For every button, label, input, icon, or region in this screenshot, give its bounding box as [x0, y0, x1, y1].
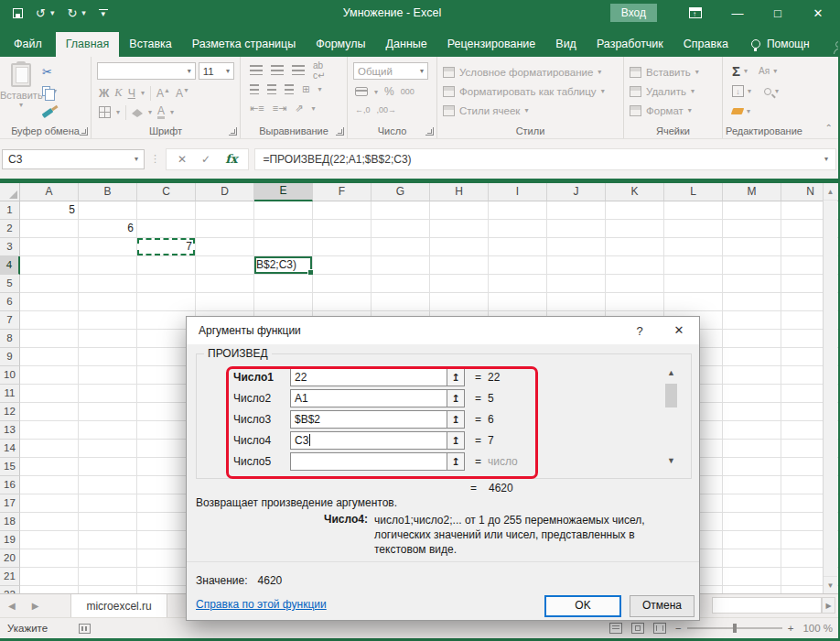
- format-painter-button[interactable]: [42, 103, 57, 117]
- cell-J2[interactable]: [547, 220, 606, 238]
- cell-B14[interactable]: [79, 440, 137, 458]
- cell-G5[interactable]: [372, 275, 430, 293]
- tab-file[interactable]: Файл: [0, 32, 56, 57]
- column-header-B[interactable]: B: [79, 183, 137, 201]
- row-header-3[interactable]: 3: [0, 238, 20, 256]
- cell-B12[interactable]: [79, 403, 137, 421]
- cell-A2[interactable]: [20, 220, 79, 238]
- column-header-L[interactable]: L: [664, 183, 723, 201]
- underline-dropdown-icon[interactable]: ▾: [141, 89, 145, 97]
- row-header-6[interactable]: 6: [0, 293, 20, 311]
- dialog-title[interactable]: Аргументы функции: [187, 317, 699, 344]
- cell-D3[interactable]: [196, 238, 254, 256]
- dialog-help-icon[interactable]: ?: [632, 324, 647, 338]
- increase-indent-icon[interactable]: ≡⇥: [273, 103, 287, 114]
- collapse-dialog-button-3[interactable]: ↥: [447, 410, 465, 429]
- orientation-icon[interactable]: ⇗: [295, 103, 303, 114]
- cell-F6[interactable]: [313, 293, 372, 311]
- column-header-M[interactable]: M: [723, 183, 781, 201]
- minimize-button[interactable]: —: [717, 0, 758, 26]
- find-select-icon[interactable]: [764, 88, 771, 95]
- cell-A3[interactable]: [20, 238, 79, 256]
- collapse-dialog-button-4[interactable]: ↥: [447, 431, 465, 450]
- column-header-A[interactable]: A: [20, 183, 79, 201]
- cell-G4[interactable]: [372, 256, 430, 275]
- column-header-H[interactable]: H: [430, 183, 489, 201]
- cell-B18[interactable]: [79, 513, 137, 531]
- cancel-button[interactable]: Отмена: [630, 595, 695, 617]
- align-center-icon[interactable]: [267, 84, 276, 94]
- argument-input-Число1[interactable]: 22: [290, 368, 447, 386]
- cell-H6[interactable]: [430, 293, 489, 311]
- paste-button[interactable]: Вставить ▾: [0, 60, 42, 109]
- styles-item-Стили ячеек[interactable]: Стили ячеек▾: [437, 101, 623, 120]
- cell-H1[interactable]: [430, 201, 489, 220]
- number-dialog-launcher-icon[interactable]: [425, 127, 434, 136]
- cell-A20[interactable]: [20, 549, 79, 568]
- align-left-icon[interactable]: [250, 84, 259, 94]
- cell-H2[interactable]: [430, 220, 489, 238]
- arguments-scroll-up-icon[interactable]: ▲: [664, 368, 678, 377]
- column-header-F[interactable]: F: [313, 183, 372, 201]
- row-header-5[interactable]: 5: [0, 275, 20, 293]
- column-header-G[interactable]: G: [372, 183, 430, 201]
- cell-F1[interactable]: [313, 201, 372, 220]
- cell-L5[interactable]: [664, 275, 723, 293]
- cell-G6[interactable]: [372, 293, 430, 311]
- cell-M14[interactable]: [723, 440, 781, 458]
- column-header-E[interactable]: E: [254, 183, 313, 201]
- cell-M9[interactable]: [723, 348, 781, 366]
- function-help-link[interactable]: Справка по этой функции: [196, 598, 327, 611]
- cell-L2[interactable]: [664, 220, 723, 238]
- zoom-level[interactable]: 100 %: [802, 623, 833, 634]
- cell-C4[interactable]: [137, 256, 196, 275]
- cell-B5[interactable]: [79, 275, 137, 293]
- tab-Формулы[interactable]: Формулы: [306, 32, 375, 57]
- row-header-2[interactable]: 2: [0, 220, 20, 238]
- borders-icon[interactable]: [99, 106, 111, 118]
- align-middle-icon[interactable]: [271, 65, 284, 75]
- select-all-corner[interactable]: [0, 183, 20, 201]
- argument-input-Число4[interactable]: C3: [290, 431, 447, 450]
- cell-B4[interactable]: [79, 256, 137, 275]
- cell-B11[interactable]: [79, 385, 137, 403]
- percent-style-button[interactable]: %: [384, 85, 394, 98]
- cell-H4[interactable]: [430, 256, 489, 275]
- row-header-12[interactable]: 12: [0, 403, 20, 421]
- cell-M11[interactable]: [723, 385, 781, 403]
- cell-B20[interactable]: [79, 549, 137, 568]
- merge-center-icon[interactable]: ⊞: [302, 84, 309, 94]
- zoom-slider[interactable]: − +: [675, 623, 793, 634]
- cells-item-Вставить[interactable]: Вставить▾: [624, 62, 722, 81]
- column-header-K[interactable]: K: [606, 183, 664, 201]
- cell-M15[interactable]: [723, 458, 781, 476]
- page-break-view-icon[interactable]: [653, 623, 666, 634]
- cell-K4[interactable]: [606, 256, 664, 275]
- cell-B3[interactable]: [79, 238, 137, 256]
- row-header-18[interactable]: 18: [0, 513, 20, 531]
- cell-E5[interactable]: [254, 275, 313, 293]
- row-header-1[interactable]: 1: [0, 201, 20, 220]
- cell-I5[interactable]: [489, 275, 547, 293]
- styles-item-Условное форматирование[interactable]: Условное форматирование▾: [437, 62, 623, 81]
- decrease-decimal-icon[interactable]: ,00→: [377, 105, 397, 114]
- align-top-icon[interactable]: [250, 65, 263, 75]
- sign-in-button[interactable]: Вход: [610, 4, 657, 22]
- column-header-D[interactable]: D: [196, 183, 254, 201]
- cell-B8[interactable]: [79, 330, 137, 348]
- cell-B1[interactable]: [79, 201, 137, 220]
- cell-B7[interactable]: [79, 311, 137, 330]
- ok-button[interactable]: OK: [544, 595, 621, 617]
- cell-M18[interactable]: [723, 513, 781, 531]
- cell-E1[interactable]: [254, 201, 313, 220]
- alignment-dialog-launcher-icon[interactable]: [336, 127, 344, 136]
- cell-M7[interactable]: [723, 311, 781, 330]
- bold-button[interactable]: Ж: [99, 87, 109, 100]
- cell-A15[interactable]: [20, 458, 79, 476]
- cell-B21[interactable]: [79, 568, 137, 586]
- cell-C6[interactable]: [137, 293, 196, 311]
- cell-M8[interactable]: [723, 330, 781, 348]
- cell-A14[interactable]: [20, 440, 79, 458]
- tab-Справка[interactable]: Справка: [673, 32, 738, 57]
- cell-L4[interactable]: [664, 256, 723, 275]
